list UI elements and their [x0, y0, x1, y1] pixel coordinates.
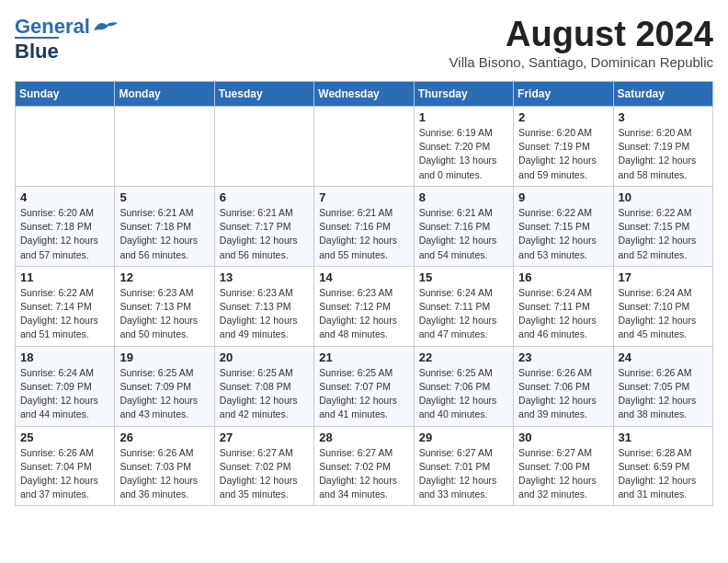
weekday-header-cell: Wednesday: [314, 82, 414, 107]
cell-content: Sunrise: 6:20 AM Sunset: 7:19 PM Dayligh…: [619, 126, 708, 182]
calendar-cell: 13Sunrise: 6:23 AM Sunset: 7:13 PM Dayli…: [214, 266, 313, 346]
day-number: 4: [20, 190, 109, 204]
day-number: 13: [220, 270, 309, 284]
calendar-cell: 23Sunrise: 6:26 AM Sunset: 7:06 PM Dayli…: [514, 346, 613, 426]
calendar-cell: [16, 107, 115, 187]
day-number: 18: [20, 350, 109, 364]
day-number: 9: [518, 190, 608, 204]
calendar-cell: 11Sunrise: 6:22 AM Sunset: 7:14 PM Dayli…: [16, 266, 115, 346]
cell-content: Sunrise: 6:26 AM Sunset: 7:05 PM Dayligh…: [619, 366, 708, 422]
calendar-cell: 9Sunrise: 6:22 AM Sunset: 7:15 PM Daylig…: [514, 186, 613, 266]
day-number: 29: [419, 431, 508, 444]
calendar-cell: 30Sunrise: 6:27 AM Sunset: 7:00 PM Dayli…: [514, 426, 613, 506]
cell-content: Sunrise: 6:23 AM Sunset: 7:13 PM Dayligh…: [119, 286, 209, 342]
calendar-cell: 14Sunrise: 6:23 AM Sunset: 7:12 PM Dayli…: [314, 266, 414, 346]
calendar-week-row: 1Sunrise: 6:19 AM Sunset: 7:20 PM Daylig…: [16, 107, 713, 187]
cell-content: Sunrise: 6:27 AM Sunset: 7:02 PM Dayligh…: [319, 446, 408, 502]
logo-blue: Blue: [15, 37, 59, 63]
weekday-header-row: SundayMondayTuesdayWednesdayThursdayFrid…: [16, 82, 713, 107]
calendar-cell: 22Sunrise: 6:25 AM Sunset: 7:06 PM Dayli…: [414, 346, 513, 426]
day-number: 26: [119, 431, 209, 444]
calendar-cell: 5Sunrise: 6:21 AM Sunset: 7:18 PM Daylig…: [115, 186, 214, 266]
cell-content: Sunrise: 6:25 AM Sunset: 7:09 PM Dayligh…: [119, 366, 209, 422]
day-number: 14: [319, 270, 408, 284]
cell-content: Sunrise: 6:25 AM Sunset: 7:08 PM Dayligh…: [220, 366, 309, 422]
month-title: August 2024: [449, 15, 713, 54]
cell-content: Sunrise: 6:26 AM Sunset: 7:04 PM Dayligh…: [20, 446, 109, 502]
calendar-week-row: 18Sunrise: 6:24 AM Sunset: 7:09 PM Dayli…: [16, 346, 713, 426]
cell-content: Sunrise: 6:22 AM Sunset: 7:14 PM Dayligh…: [20, 286, 109, 342]
cell-content: Sunrise: 6:26 AM Sunset: 7:06 PM Dayligh…: [518, 366, 608, 422]
calendar-cell: 16Sunrise: 6:24 AM Sunset: 7:11 PM Dayli…: [514, 266, 613, 346]
weekday-header-cell: Thursday: [414, 82, 513, 107]
day-number: 20: [220, 350, 309, 364]
cell-content: Sunrise: 6:22 AM Sunset: 7:15 PM Dayligh…: [619, 206, 708, 262]
day-number: 6: [220, 190, 309, 204]
calendar-week-row: 11Sunrise: 6:22 AM Sunset: 7:14 PM Dayli…: [16, 266, 713, 346]
cell-content: Sunrise: 6:27 AM Sunset: 7:01 PM Dayligh…: [419, 446, 508, 502]
cell-content: Sunrise: 6:21 AM Sunset: 7:17 PM Dayligh…: [220, 206, 309, 262]
calendar-cell: 12Sunrise: 6:23 AM Sunset: 7:13 PM Dayli…: [115, 266, 214, 346]
calendar-cell: [115, 107, 214, 187]
day-number: 7: [319, 190, 408, 204]
day-number: 5: [119, 190, 209, 204]
cell-content: Sunrise: 6:24 AM Sunset: 7:10 PM Dayligh…: [619, 286, 708, 342]
day-number: 15: [419, 270, 508, 284]
calendar-cell: 15Sunrise: 6:24 AM Sunset: 7:11 PM Dayli…: [414, 266, 513, 346]
day-number: 28: [319, 431, 408, 444]
day-number: 31: [619, 431, 708, 444]
calendar-cell: 28Sunrise: 6:27 AM Sunset: 7:02 PM Dayli…: [314, 426, 414, 506]
day-number: 1: [419, 110, 508, 124]
cell-content: Sunrise: 6:28 AM Sunset: 6:59 PM Dayligh…: [619, 446, 708, 502]
location-title: Villa Bisono, Santiago, Dominican Republ…: [449, 54, 713, 70]
weekday-header-cell: Tuesday: [214, 82, 313, 107]
day-number: 21: [319, 350, 408, 364]
calendar-cell: 2Sunrise: 6:20 AM Sunset: 7:19 PM Daylig…: [514, 107, 613, 187]
weekday-header-cell: Saturday: [613, 82, 712, 107]
logo: General Blue: [15, 15, 119, 63]
cell-content: Sunrise: 6:21 AM Sunset: 7:16 PM Dayligh…: [419, 206, 508, 262]
calendar-cell: 25Sunrise: 6:26 AM Sunset: 7:04 PM Dayli…: [16, 426, 115, 506]
day-number: 23: [518, 350, 608, 364]
cell-content: Sunrise: 6:20 AM Sunset: 7:18 PM Dayligh…: [20, 206, 109, 262]
day-number: 17: [619, 270, 708, 284]
day-number: 3: [619, 110, 708, 124]
calendar-cell: [214, 107, 313, 187]
header: General Blue August 2024 Villa Bisono, S…: [15, 15, 713, 70]
cell-content: Sunrise: 6:27 AM Sunset: 7:02 PM Dayligh…: [220, 446, 309, 502]
calendar-cell: 29Sunrise: 6:27 AM Sunset: 7:01 PM Dayli…: [414, 426, 513, 506]
calendar-cell: 19Sunrise: 6:25 AM Sunset: 7:09 PM Dayli…: [115, 346, 214, 426]
day-number: 16: [518, 270, 608, 284]
cell-content: Sunrise: 6:20 AM Sunset: 7:19 PM Dayligh…: [518, 126, 608, 182]
day-number: 8: [419, 190, 508, 204]
calendar-cell: 3Sunrise: 6:20 AM Sunset: 7:19 PM Daylig…: [613, 107, 712, 187]
cell-content: Sunrise: 6:22 AM Sunset: 7:15 PM Dayligh…: [518, 206, 608, 262]
calendar-cell: 18Sunrise: 6:24 AM Sunset: 7:09 PM Dayli…: [16, 346, 115, 426]
calendar-cell: 10Sunrise: 6:22 AM Sunset: 7:15 PM Dayli…: [613, 186, 712, 266]
calendar-cell: 26Sunrise: 6:26 AM Sunset: 7:03 PM Dayli…: [115, 426, 214, 506]
calendar-body: 1Sunrise: 6:19 AM Sunset: 7:20 PM Daylig…: [16, 107, 713, 506]
cell-content: Sunrise: 6:23 AM Sunset: 7:12 PM Dayligh…: [319, 286, 408, 342]
cell-content: Sunrise: 6:24 AM Sunset: 7:11 PM Dayligh…: [518, 286, 608, 342]
day-number: 11: [20, 270, 109, 284]
calendar-cell: 21Sunrise: 6:25 AM Sunset: 7:07 PM Dayli…: [314, 346, 414, 426]
day-number: 27: [220, 431, 309, 444]
cell-content: Sunrise: 6:27 AM Sunset: 7:00 PM Dayligh…: [518, 446, 608, 502]
weekday-header-cell: Sunday: [16, 82, 115, 107]
cell-content: Sunrise: 6:19 AM Sunset: 7:20 PM Dayligh…: [419, 126, 508, 182]
day-number: 30: [518, 431, 608, 444]
day-number: 19: [119, 350, 209, 364]
calendar-cell: 6Sunrise: 6:21 AM Sunset: 7:17 PM Daylig…: [214, 186, 313, 266]
cell-content: Sunrise: 6:24 AM Sunset: 7:09 PM Dayligh…: [20, 366, 109, 422]
day-number: 24: [619, 350, 708, 364]
calendar-week-row: 4Sunrise: 6:20 AM Sunset: 7:18 PM Daylig…: [16, 186, 713, 266]
day-number: 12: [119, 270, 209, 284]
cell-content: Sunrise: 6:24 AM Sunset: 7:11 PM Dayligh…: [419, 286, 508, 342]
logo-bird-icon: [92, 17, 119, 36]
cell-content: Sunrise: 6:25 AM Sunset: 7:06 PM Dayligh…: [419, 366, 508, 422]
day-number: 25: [20, 431, 109, 444]
calendar-cell: 4Sunrise: 6:20 AM Sunset: 7:18 PM Daylig…: [16, 186, 115, 266]
calendar-week-row: 25Sunrise: 6:26 AM Sunset: 7:04 PM Dayli…: [16, 426, 713, 506]
calendar-cell: 17Sunrise: 6:24 AM Sunset: 7:10 PM Dayli…: [613, 266, 712, 346]
logo-general: General: [15, 15, 90, 39]
